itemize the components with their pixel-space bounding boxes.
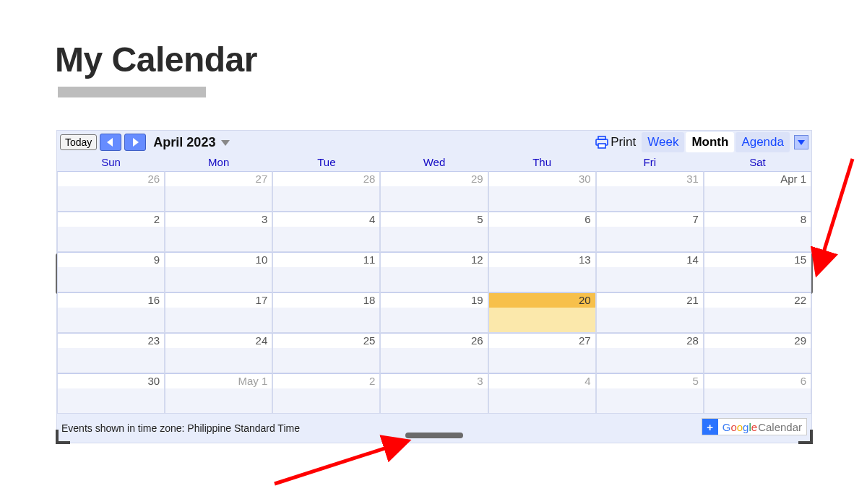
- date-number: 30: [58, 374, 164, 388]
- day-cell[interactable]: 31: [596, 171, 704, 212]
- week-row: 23242526272829: [57, 333, 811, 373]
- date-number: 10: [165, 253, 272, 267]
- day-cell[interactable]: 4: [488, 373, 596, 414]
- calendar-embed: Today April 2023 Print Week Month Agenda: [56, 130, 812, 443]
- day-cell[interactable]: May 1: [165, 373, 272, 414]
- chevron-left-icon: [107, 138, 114, 147]
- day-cell[interactable]: 28: [272, 171, 380, 212]
- day-cell[interactable]: 2: [57, 212, 165, 252]
- month-dropdown-button[interactable]: [221, 136, 230, 149]
- day-cell[interactable]: 7: [596, 212, 704, 252]
- date-number: 21: [597, 293, 703, 308]
- date-number: 9: [58, 253, 164, 267]
- day-cell[interactable]: 29: [704, 333, 811, 373]
- day-cell[interactable]: Apr 1: [704, 171, 811, 212]
- svg-marker-1: [133, 138, 139, 147]
- day-cell[interactable]: 27: [488, 333, 596, 373]
- view-tab-agenda[interactable]: Agenda: [736, 132, 790, 152]
- day-cell[interactable]: 28: [596, 333, 704, 373]
- day-cell[interactable]: 17: [165, 292, 272, 333]
- view-dropdown-button[interactable]: [794, 135, 808, 149]
- date-number: 17: [165, 293, 272, 308]
- day-cell[interactable]: 9: [57, 252, 165, 292]
- date-number: 6: [489, 212, 595, 227]
- day-cell[interactable]: 5: [380, 212, 488, 252]
- day-cell[interactable]: 10: [165, 252, 272, 292]
- day-cell[interactable]: 26: [57, 171, 165, 212]
- next-month-button[interactable]: [124, 134, 146, 151]
- day-cell[interactable]: 8: [704, 212, 811, 252]
- today-button[interactable]: Today: [60, 134, 97, 150]
- week-row: 9101112131415: [57, 252, 811, 292]
- day-cell[interactable]: 13: [488, 252, 596, 292]
- calendar-toolbar: Today April 2023 Print Week Month Agenda: [57, 131, 811, 154]
- date-number: 5: [381, 212, 487, 227]
- day-cell[interactable]: 29: [380, 171, 488, 212]
- view-tab-month[interactable]: Month: [686, 132, 734, 152]
- add-to-google-calendar-button[interactable]: + GoogleCalendar: [702, 418, 807, 435]
- calendar-footer: Events shown in time zone: Philippine St…: [57, 414, 811, 443]
- week-row: 16171819202122: [57, 292, 811, 333]
- plus-icon: +: [702, 419, 718, 435]
- date-number: 29: [381, 172, 487, 186]
- dow-tue: Tue: [272, 154, 380, 171]
- dow-sun: Sun: [57, 154, 165, 171]
- day-cell[interactable]: 4: [272, 212, 380, 252]
- day-cell[interactable]: 21: [596, 292, 704, 333]
- dow-mon: Mon: [165, 154, 272, 171]
- svg-line-10: [275, 442, 405, 484]
- day-cell[interactable]: 23: [57, 333, 165, 373]
- date-number: 16: [58, 293, 164, 308]
- day-cell[interactable]: 30: [488, 171, 596, 212]
- day-cell[interactable]: 19: [380, 292, 488, 333]
- day-cell[interactable]: 25: [272, 333, 380, 373]
- day-cell[interactable]: 20: [488, 292, 596, 333]
- dow-sat: Sat: [704, 154, 811, 171]
- day-cell[interactable]: 5: [596, 373, 704, 414]
- svg-marker-2: [221, 140, 230, 146]
- day-cell[interactable]: 15: [704, 252, 811, 292]
- day-of-week-header: Sun Mon Tue Wed Thu Fri Sat: [57, 154, 811, 171]
- day-cell[interactable]: 12: [380, 252, 488, 292]
- svg-rect-4: [598, 136, 605, 139]
- date-number: 26: [381, 334, 487, 348]
- resize-handle-bottom[interactable]: [405, 433, 463, 438]
- day-cell[interactable]: 26: [380, 333, 488, 373]
- crop-corner-br: [798, 430, 813, 444]
- crop-corner-bl: [56, 430, 70, 444]
- date-number: May 1: [165, 374, 272, 388]
- day-cell[interactable]: 27: [165, 171, 272, 212]
- day-cell[interactable]: 6: [488, 212, 596, 252]
- print-button[interactable]: Print: [595, 135, 636, 149]
- date-number: 14: [597, 253, 703, 267]
- day-cell[interactable]: 16: [57, 292, 165, 333]
- day-cell[interactable]: 24: [165, 333, 272, 373]
- day-cell[interactable]: 30: [57, 373, 165, 414]
- day-cell[interactable]: 3: [380, 373, 488, 414]
- svg-line-8: [818, 159, 853, 271]
- day-cell[interactable]: 18: [272, 292, 380, 333]
- date-number: 4: [489, 374, 595, 388]
- date-number: 29: [704, 334, 811, 348]
- date-number: 25: [273, 334, 379, 348]
- day-cell[interactable]: 22: [704, 292, 811, 333]
- date-number: 23: [58, 334, 164, 348]
- date-number: 5: [597, 374, 703, 388]
- day-cell[interactable]: 3: [165, 212, 272, 252]
- svg-rect-5: [598, 144, 605, 148]
- view-tab-week[interactable]: Week: [642, 132, 684, 152]
- dow-fri: Fri: [596, 154, 704, 171]
- redacted-subtitle: [58, 87, 206, 97]
- date-number: 2: [58, 212, 164, 227]
- svg-marker-0: [107, 138, 113, 147]
- prev-month-button[interactable]: [100, 134, 121, 151]
- day-cell[interactable]: 6: [704, 373, 811, 414]
- day-cell[interactable]: 11: [272, 252, 380, 292]
- google-calendar-label: GoogleCalendar: [718, 421, 806, 433]
- date-number: 11: [273, 253, 379, 267]
- day-cell[interactable]: 14: [596, 252, 704, 292]
- date-number: 13: [489, 253, 595, 267]
- day-cell[interactable]: 2: [272, 373, 380, 414]
- week-row: 30May 123456: [57, 373, 811, 414]
- date-number: 3: [165, 212, 272, 227]
